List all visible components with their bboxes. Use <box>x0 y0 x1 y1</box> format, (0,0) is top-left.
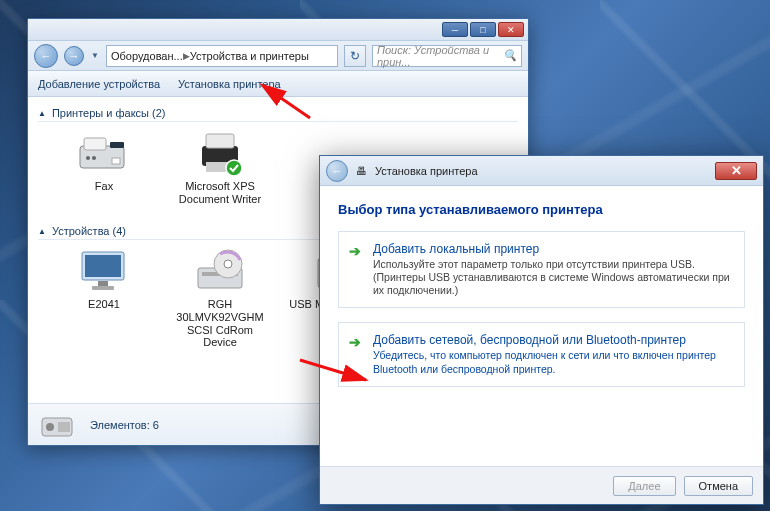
nav-forward-button[interactable]: → <box>64 46 84 66</box>
printer-icon <box>192 130 248 176</box>
group-title: Устройства (4) <box>52 225 126 237</box>
option-title: Добавить локальный принтер <box>373 242 732 256</box>
cancel-button[interactable]: Отмена <box>684 476 753 496</box>
wizard-close-button[interactable]: ✕ <box>715 162 757 180</box>
svg-rect-12 <box>98 281 108 286</box>
svg-rect-7 <box>206 134 234 148</box>
expand-icon: ▲ <box>38 109 46 118</box>
cdrom-icon <box>192 248 248 294</box>
wizard-title: Установка принтера <box>375 165 478 177</box>
option-desc: Убедитесь, что компьютер подключен к сет… <box>373 349 732 375</box>
device-item-cdrom[interactable]: RGH 30LMVK92VGHM SCSI CdRom Device <box>172 248 268 349</box>
maximize-button[interactable]: □ <box>470 22 496 37</box>
chevron-right-icon: ▶ <box>183 51 190 61</box>
option-desc: Используйте этот параметр только при отс… <box>373 258 732 297</box>
svg-rect-13 <box>92 286 114 290</box>
svg-rect-24 <box>58 422 70 432</box>
svg-point-23 <box>46 423 54 431</box>
device-label: Fax <box>56 180 152 193</box>
monitor-icon <box>76 248 132 294</box>
add-printer-command[interactable]: Установка принтера <box>178 78 281 90</box>
minimize-button[interactable]: ─ <box>442 22 468 37</box>
window-titlebar: ─ □ ✕ <box>28 19 528 41</box>
arrow-right-icon: ➔ <box>349 243 361 259</box>
wizard-titlebar: ← 🖶 Установка принтера ✕ <box>320 156 763 186</box>
command-bar: Добавление устройства Установка принтера <box>28 71 528 97</box>
device-label: RGH 30LMVK92VGHM SCSI CdRom Device <box>172 298 268 349</box>
option-network-printer[interactable]: ➔ Добавить сетевой, беспроводной или Blu… <box>338 322 745 386</box>
expand-icon: ▲ <box>38 227 46 236</box>
option-local-printer[interactable]: ➔ Добавить локальный принтер Используйте… <box>338 231 745 308</box>
breadcrumb-item[interactable]: Оборудован... <box>111 50 183 62</box>
svg-point-9 <box>226 160 242 176</box>
address-breadcrumb[interactable]: Оборудован... ▶ Устройства и принтеры <box>106 45 338 67</box>
device-item-fax[interactable]: Fax <box>56 130 152 205</box>
next-button[interactable]: Далее <box>613 476 675 496</box>
svg-rect-2 <box>110 142 124 148</box>
add-printer-wizard: ← 🖶 Установка принтера ✕ Выбор типа уста… <box>319 155 764 505</box>
search-placeholder: Поиск: Устройства и прин... <box>377 44 503 68</box>
device-item-monitor[interactable]: E2041 <box>56 248 152 349</box>
group-title: Принтеры и факсы (2) <box>52 107 166 119</box>
wizard-heading: Выбор типа устанавливаемого принтера <box>338 202 745 217</box>
printer-icon: 🖶 <box>356 165 367 177</box>
add-device-command[interactable]: Добавление устройства <box>38 78 160 90</box>
refresh-button[interactable]: ↻ <box>344 45 366 67</box>
close-button[interactable]: ✕ <box>498 22 524 37</box>
group-header-printers[interactable]: ▲ Принтеры и факсы (2) <box>38 103 518 122</box>
search-icon: 🔍 <box>503 49 517 62</box>
wizard-back-button[interactable]: ← <box>326 160 348 182</box>
svg-point-17 <box>224 260 232 268</box>
details-count: Элементов: 6 <box>90 419 159 431</box>
address-bar: ← → ▼ Оборудован... ▶ Устройства и принт… <box>28 41 528 71</box>
wizard-body: Выбор типа устанавливаемого принтера ➔ Д… <box>320 186 763 466</box>
breadcrumb-item[interactable]: Устройства и принтеры <box>190 50 309 62</box>
svg-rect-3 <box>112 158 120 164</box>
svg-point-4 <box>86 156 90 160</box>
svg-point-5 <box>92 156 96 160</box>
option-title: Добавить сетевой, беспроводной или Bluet… <box>373 333 732 347</box>
svg-rect-1 <box>84 138 106 150</box>
details-thumbnail <box>40 410 76 440</box>
nav-history-dropdown[interactable]: ▼ <box>90 51 100 60</box>
svg-rect-11 <box>85 255 121 277</box>
nav-back-button[interactable]: ← <box>34 44 58 68</box>
device-label: E2041 <box>56 298 152 311</box>
fax-icon <box>76 130 132 176</box>
search-input[interactable]: Поиск: Устройства и прин... 🔍 <box>372 45 522 67</box>
device-label: Microsoft XPS Document Writer <box>172 180 268 205</box>
arrow-right-icon: ➔ <box>349 334 361 350</box>
device-item-xps[interactable]: Microsoft XPS Document Writer <box>172 130 268 205</box>
wizard-footer: Далее Отмена <box>320 466 763 504</box>
